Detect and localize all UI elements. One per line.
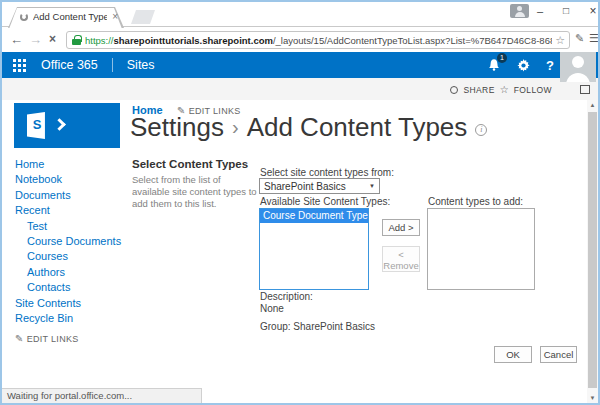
- page-title: Settings›Add Content Typesi: [130, 112, 487, 143]
- vertical-scrollbar[interactable]: ▲ ▼: [587, 100, 598, 403]
- bookmark-star-icon[interactable]: ☆: [555, 34, 565, 47]
- url-domain: sharepointtutorials.sharepoint.com: [114, 35, 273, 46]
- available-types-listbox[interactable]: Course Document Type: [259, 208, 369, 290]
- title-separator: ›: [232, 116, 239, 138]
- settings-gear-button[interactable]: [517, 59, 530, 72]
- sidebar-item-courses[interactable]: Courses: [15, 249, 127, 264]
- share-icon: [450, 86, 458, 94]
- sidebar-nav: Home Notebook Documents Recent Test Cour…: [15, 157, 127, 326]
- browser-tab[interactable]: Add Content Types ×: [8, 7, 124, 28]
- sidebar-item-course-documents[interactable]: Course Documents: [15, 234, 127, 249]
- list-item-selected[interactable]: Course Document Type: [260, 209, 368, 223]
- focus-on-content-icon[interactable]: [580, 85, 590, 94]
- window-minimize-button[interactable]: –: [532, 2, 548, 20]
- add-button[interactable]: Add >: [382, 219, 420, 236]
- status-bar: Waiting for portal.office.com...: [2, 388, 202, 403]
- tab-close-icon[interactable]: ×: [112, 11, 118, 22]
- pencil-icon: ✎: [15, 333, 24, 344]
- suite-divider: [112, 58, 113, 72]
- share-button[interactable]: SHARE: [463, 85, 494, 95]
- back-icon[interactable]: ←: [10, 31, 23, 48]
- user-avatar[interactable]: [560, 52, 596, 82]
- follow-button[interactable]: FOLLOW: [514, 85, 552, 95]
- tab-strip: Add Content Types × – □ ×: [2, 2, 598, 27]
- edit-links-sidebar-label: EDIT LINKS: [27, 334, 79, 344]
- ok-button[interactable]: OK: [494, 346, 532, 363]
- browser-toolbar: ← → × https:// sharepointtutorials.share…: [2, 28, 598, 52]
- types-to-add-label: Content types to add:: [428, 196, 523, 207]
- sidebar-item-home[interactable]: Home: [15, 157, 127, 172]
- available-types-label: Available Site Content Types:: [260, 196, 390, 207]
- url-path: /_layouts/15/AddContentTypeToList.aspx?L…: [273, 35, 552, 46]
- new-tab-button[interactable]: [131, 10, 155, 24]
- office365-suite-bar: Office 365 Sites 1 ?: [2, 52, 598, 78]
- https-padlock-icon: [72, 35, 81, 45]
- group-text: Group: SharePoint Basics: [260, 321, 375, 332]
- tab-title: Add Content Types: [33, 11, 107, 22]
- select-value: SharePoint Basics: [264, 181, 346, 192]
- info-icon[interactable]: i: [475, 124, 487, 136]
- sidebar-item-site-contents[interactable]: Site Contents: [15, 296, 127, 311]
- section-title: Select Content Types: [132, 158, 248, 170]
- edit-links-sidebar[interactable]: ✎EDIT LINKS: [15, 333, 79, 344]
- office365-brand-link[interactable]: Office 365: [41, 58, 98, 72]
- gear-icon: [517, 59, 530, 72]
- title-settings[interactable]: Settings: [130, 112, 224, 142]
- app-launcher-icon[interactable]: [13, 59, 26, 72]
- loading-spinner-icon: [20, 13, 28, 21]
- forward-icon: →: [29, 31, 42, 48]
- section-description: Select from the list of available site c…: [132, 174, 258, 210]
- remove-button-arrow: <: [398, 249, 404, 260]
- content-type-group-select[interactable]: SharePoint Basics ▼: [259, 178, 380, 194]
- url-scheme: https://: [85, 35, 114, 46]
- extension-icon[interactable]: ✎: [575, 32, 584, 45]
- sidebar-item-notebook[interactable]: Notebook: [15, 172, 127, 187]
- logo-chevron-icon: [53, 118, 66, 131]
- stop-loading-icon[interactable]: ×: [49, 31, 56, 48]
- sidebar-item-recent[interactable]: Recent: [15, 203, 127, 218]
- title-page-name: Add Content Types: [247, 112, 468, 142]
- scrollbar-thumb[interactable]: [588, 112, 597, 388]
- cancel-button[interactable]: Cancel: [540, 346, 577, 363]
- description-value: None: [260, 303, 284, 314]
- sites-link[interactable]: Sites: [127, 58, 155, 72]
- scroll-up-icon[interactable]: ▲: [587, 102, 598, 108]
- logo-letter: S: [28, 117, 46, 132]
- address-bar[interactable]: https:// sharepointtutorials.sharepoint.…: [66, 31, 570, 49]
- sidebar-item-contacts[interactable]: Contacts: [15, 280, 127, 295]
- remove-button-label: Remove: [383, 260, 418, 271]
- sidebar-item-test[interactable]: Test: [15, 219, 127, 234]
- help-button[interactable]: ?: [546, 58, 554, 73]
- remove-button: <Remove: [382, 246, 420, 272]
- notification-badge: 1: [497, 53, 507, 63]
- browser-profile-button[interactable]: [510, 4, 529, 18]
- sidebar-item-documents[interactable]: Documents: [15, 188, 127, 203]
- scroll-down-icon[interactable]: ▼: [587, 395, 598, 401]
- ribbon-row: SHARE ☆ FOLLOW: [2, 78, 598, 100]
- browser-menu-icon[interactable]: ☰: [589, 32, 599, 45]
- browser-window: Add Content Types × – □ × ← → × https://…: [0, 0, 600, 405]
- types-to-add-listbox[interactable]: [427, 208, 535, 290]
- notifications-button[interactable]: 1: [487, 58, 501, 72]
- select-source-label: Select site content types from:: [260, 167, 394, 178]
- follow-star-icon: ☆: [500, 84, 509, 95]
- sidebar-item-recycle-bin[interactable]: Recycle Bin: [15, 311, 127, 326]
- window-maximize-button[interactable]: □: [558, 2, 574, 20]
- sharepoint-site-logo[interactable]: S: [14, 103, 120, 148]
- chevron-down-icon: ▼: [369, 183, 375, 189]
- description-label: Description:: [260, 291, 313, 302]
- window-close-button[interactable]: ×: [585, 2, 600, 20]
- sidebar-item-authors[interactable]: Authors: [15, 265, 127, 280]
